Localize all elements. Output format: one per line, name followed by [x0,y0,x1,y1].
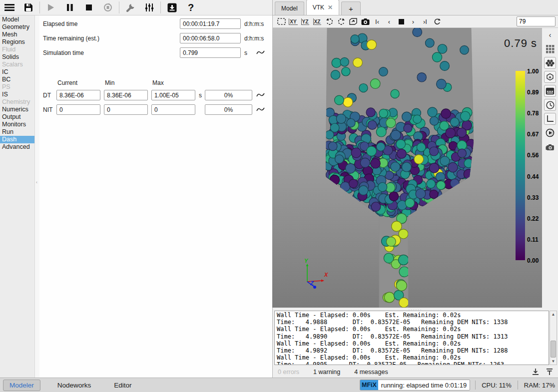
mode-modeler-button[interactable]: Modeler [3,380,40,391]
scroll-to-top-icon[interactable] [546,368,553,376]
sidebar-item-numerics[interactable]: Numerics [0,106,34,113]
sim-time-input[interactable] [180,47,241,58]
last-frame-icon: ›I [423,18,427,25]
camera-icon [546,143,555,151]
nit-progress-bar: 0% [205,104,252,115]
view-xy-button[interactable]: XY [287,16,299,27]
dt-max-input[interactable] [151,90,195,100]
view-xz-button[interactable]: XZ [311,16,323,27]
sidebar-item-mesh[interactable]: Mesh [0,31,34,38]
sim-time-plot-button[interactable] [255,48,265,56]
viewport-camera-button[interactable] [544,141,556,153]
terminal-line: Time: 4.9888 DT: 0.83572E-05 Remaining D… [277,319,547,326]
settings-button[interactable] [140,0,159,15]
terminal-output[interactable]: Wall Time - Elapsed: 0.00s Est. Remainin… [274,311,549,365]
sidebar-item-output[interactable]: Output [0,113,34,121]
sidebar-item-advanced[interactable]: Advanced [0,143,34,151]
geometry-icon [546,73,554,81]
save-button[interactable] [19,0,38,15]
col-current-header: Current [57,79,77,86]
run-button[interactable] [41,0,60,15]
snapshot-button[interactable] [359,16,371,27]
sidebar-item-fluid: Fluid [0,46,34,53]
sidebar-item-monitors[interactable]: Monitors [0,121,34,128]
stop-playback-button[interactable] [395,16,407,27]
tab-vtk[interactable]: VTK ✕ [306,0,339,15]
particles-button[interactable] [544,57,556,69]
toolbar-separator [119,1,119,13]
time-button[interactable] [544,99,556,111]
elapsed-time-input[interactable] [180,18,241,29]
sidebar-item-dash[interactable]: Dash [0,136,34,143]
menu-button[interactable] [0,0,19,15]
remaining-time-input[interactable] [180,33,241,43]
collapse-panel-button[interactable]: ‹ [544,29,556,41]
vtk-viewport[interactable]: 0.79 s 1.000.890.780.670.560.440.330.220… [272,28,542,308]
fit-view-icon [277,18,286,25]
submit-button[interactable] [162,0,181,15]
colorbar-tick-label: 0.89 [527,89,539,96]
reset-button[interactable] [98,0,117,15]
new-tab-button[interactable]: + [341,1,361,15]
nit-min-input[interactable] [104,104,148,115]
nit-current-input[interactable] [56,104,100,115]
next-frame-button[interactable]: › [407,16,419,27]
terminal-scrollbar[interactable]: ▲ ▼ [550,311,557,365]
panel-splitter[interactable] [35,15,39,378]
nit-plot-button[interactable] [255,105,265,113]
help-icon: ? [188,2,194,13]
mode-editor-button[interactable]: Editor [108,380,137,391]
terminal-line: Wall Time - Elapsed: 0.00s Est. Remainin… [277,340,547,347]
dt-plot-button[interactable] [255,91,265,99]
mesh-grid-button[interactable] [544,43,556,55]
submit-icon [167,3,177,12]
prev-frame-button[interactable]: ‹ [383,16,395,27]
tab-model[interactable]: Model [275,1,304,15]
cells-button[interactable] [544,85,556,97]
scroll-down-arrow[interactable]: ▼ [550,358,557,365]
toolbar-separator [160,1,161,13]
sidebar-item-solids[interactable]: Solids [0,53,34,61]
dt-current-input[interactable] [56,90,100,100]
scrollbar-thumb[interactable] [551,341,556,358]
sidebar-item-bc[interactable]: BC [0,76,34,83]
splitter-collapse-icon[interactable]: ‹ [36,180,37,185]
geometry-button[interactable] [544,71,556,83]
scroll-up-arrow[interactable]: ▲ [550,311,557,318]
mode-nodeworks-button[interactable]: Nodeworks [51,380,97,391]
col-max-header: Max [152,79,164,86]
sidebar-item-ps: PS [0,83,34,91]
warnings-count[interactable]: 1 warning [313,369,340,376]
errors-count[interactable]: 0 errors [278,369,299,376]
sidebar-item-ic[interactable]: IC [0,68,34,76]
particles-icon [546,59,555,67]
rotate-right-button[interactable] [335,16,347,27]
play-visibility-button[interactable] [544,127,556,139]
nav-sidebar: ModelGeometryMeshRegionsFluidSolidsScala… [0,15,35,378]
close-tab-icon[interactable]: ✕ [328,4,333,11]
axes-button[interactable] [544,113,556,125]
pause-button[interactable] [60,0,79,15]
dt-min-input[interactable] [104,90,148,100]
sidebar-item-run[interactable]: Run [0,128,34,136]
first-frame-icon: I‹ [375,18,379,25]
scroll-to-bottom-icon[interactable] [532,368,539,376]
rotate-left-button[interactable] [323,16,335,27]
sim-time-label: Simulation time [43,49,84,56]
messages-count[interactable]: 4 messages [354,369,388,376]
stop-button[interactable] [79,0,98,15]
sidebar-item-is[interactable]: IS [0,91,34,98]
help-button[interactable]: ? [181,0,200,15]
first-frame-button[interactable]: I‹ [371,16,383,27]
build-button[interactable] [121,0,140,15]
sidebar-item-regions[interactable]: Regions [0,38,34,46]
sidebar-item-geometry[interactable]: Geometry [0,23,34,31]
perspective-button[interactable] [347,16,359,27]
nit-max-input[interactable] [151,104,195,115]
sidebar-item-model[interactable]: Model [0,16,34,23]
fit-view-button[interactable] [275,16,287,27]
frame-number-input[interactable] [517,16,556,26]
view-yz-button[interactable]: YZ [299,16,311,27]
last-frame-button[interactable]: ›I [419,16,431,27]
refresh-button[interactable] [431,16,443,27]
